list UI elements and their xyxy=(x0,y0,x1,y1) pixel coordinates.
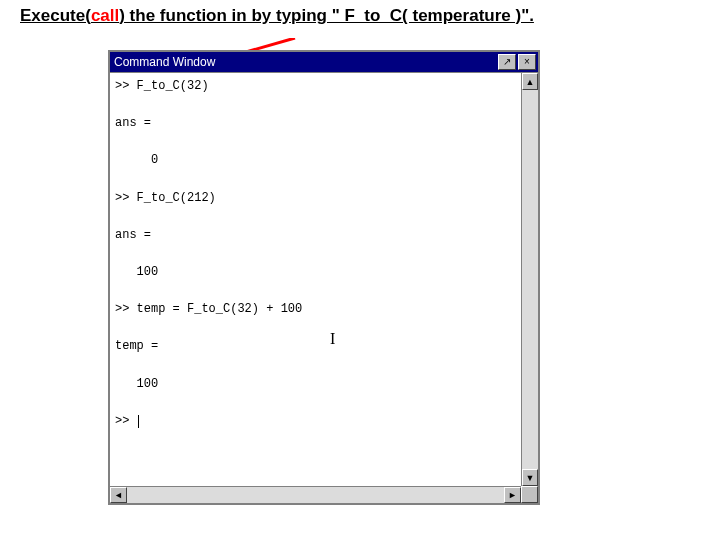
scrollbar-corner xyxy=(521,486,538,503)
heading-red-word: call xyxy=(91,6,119,25)
title-bar: Command Window ↗ × xyxy=(110,52,538,72)
scroll-track-v[interactable] xyxy=(522,90,538,469)
horizontal-scrollbar[interactable]: ◄ ► xyxy=(110,486,521,503)
heading-post: ) the function in by typing " F_to_C( te… xyxy=(119,6,534,25)
command-window: Command Window ↗ × >> F_to_C(32) ans = 0… xyxy=(108,50,540,505)
vertical-scrollbar[interactable]: ▲ ▼ xyxy=(521,73,538,486)
window-title: Command Window xyxy=(114,55,496,69)
close-button[interactable]: × xyxy=(518,54,536,70)
page-heading: Execute(call) the function in by typing … xyxy=(20,6,534,26)
heading-pre: Execute( xyxy=(20,6,91,25)
undock-button[interactable]: ↗ xyxy=(498,54,516,70)
scroll-up-button[interactable]: ▲ xyxy=(522,73,538,90)
input-caret xyxy=(138,415,139,428)
scroll-left-button[interactable]: ◄ xyxy=(110,487,127,503)
titlebar-buttons: ↗ × xyxy=(496,54,538,70)
scroll-down-button[interactable]: ▼ xyxy=(522,469,538,486)
scroll-right-button[interactable]: ► xyxy=(504,487,521,503)
console-output: >> F_to_C(32) ans = 0 >> F_to_C(212) ans… xyxy=(115,77,516,430)
scroll-track-h[interactable] xyxy=(127,487,504,503)
console-area[interactable]: >> F_to_C(32) ans = 0 >> F_to_C(212) ans… xyxy=(110,73,521,486)
